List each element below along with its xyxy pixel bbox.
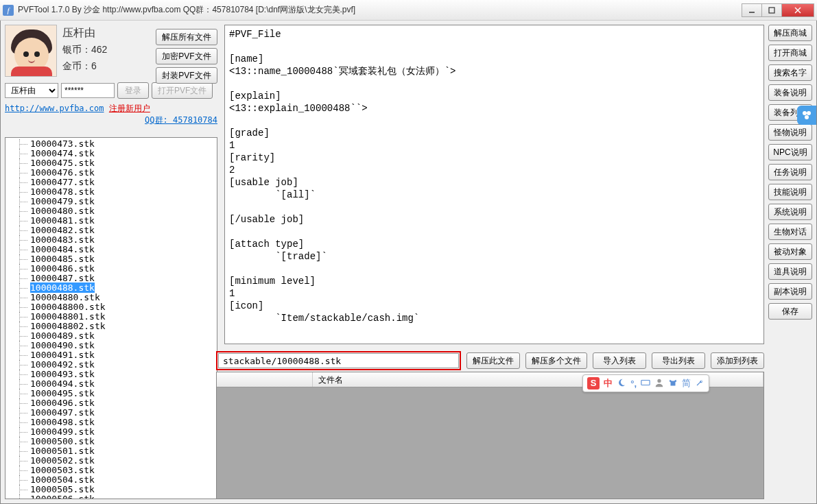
svg-rect-1 [769,8,774,13]
window-title: PVFTool 1.7.0 By 沙金 http://www.pvfba.com… [18,4,742,16]
app-icon: f [3,5,14,16]
maximize-button[interactable] [761,3,782,17]
minimize-button[interactable] [742,3,762,17]
titlebar: f PVFTool 1.7.0 By 沙金 http://www.pvfba.c… [0,0,817,21]
close-button[interactable] [781,3,814,17]
